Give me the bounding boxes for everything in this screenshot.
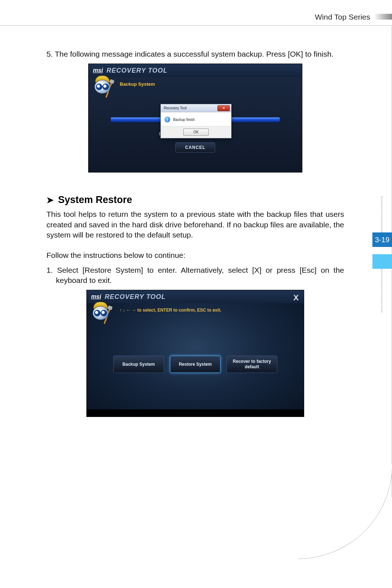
page-header-series: Wind Top Series <box>315 13 370 21</box>
heading-arrow-icon: ➤ <box>46 195 54 205</box>
dialog-title-bar: Recovery Tool ✕ <box>161 104 231 112</box>
restore-system-button[interactable]: Restore System <box>170 356 221 373</box>
bottom-bar <box>87 409 304 417</box>
app-title-2: Recovery Tool <box>105 293 166 301</box>
heading-title: System Restore <box>58 194 132 206</box>
option-row: Backup System Restore System Recover to … <box>87 356 304 373</box>
screenshot-backup-finish: msi Recovery Tool Backup System Syste m … <box>88 64 302 173</box>
dotted-line-top <box>381 196 382 232</box>
app-title: Recovery Tool <box>107 67 168 74</box>
backup-system-label: Backup System <box>120 81 155 87</box>
close-icon[interactable]: ✕ <box>217 105 230 111</box>
header-stripe <box>374 14 392 20</box>
dialog-title-text: Recovery Tool <box>164 106 187 110</box>
dotted-line-bottom <box>381 269 382 312</box>
msi-logo: msi <box>93 67 103 74</box>
restore-step1: 1. Select [Restore System] to enter. Alt… <box>46 265 344 286</box>
nav-instructions: ↑ ↓ ← → to select, ENTER to confirm, ESC… <box>119 308 221 313</box>
dialog-body: i Backup finish <box>161 112 231 126</box>
page-corner-curve <box>298 465 392 559</box>
step5-text: 5. The following message indicates a suc… <box>46 49 344 59</box>
screenshot-restore-menu: msi Recovery Tool X ↑ ↓ ← → to select, E… <box>86 290 304 417</box>
cancel-button[interactable]: CANCEL <box>175 142 215 153</box>
app-title-bar-2: msi Recovery Tool <box>87 290 304 303</box>
top-divider <box>0 25 392 26</box>
info-icon: i <box>164 117 170 122</box>
system-restore-description: This tool helps to return the system to … <box>46 209 344 240</box>
mascot-icon-2 <box>90 301 111 327</box>
page-accent-tab <box>372 254 392 269</box>
ok-button[interactable]: OK <box>183 129 209 136</box>
page-number-tab: 3-19 <box>372 232 392 247</box>
mascot-icon <box>91 75 113 100</box>
dialog-footer: OK <box>161 126 231 138</box>
msi-logo-2: msi <box>91 293 101 300</box>
follow-instructions: Follow the instructions below to continu… <box>46 250 344 260</box>
backup-finish-dialog: Recovery Tool ✕ i Backup finish OK <box>160 104 232 138</box>
recover-factory-button[interactable]: Recover to factory default <box>226 356 277 373</box>
app-title-bar: msi Recovery Tool <box>89 64 302 77</box>
close-icon[interactable]: X <box>293 293 299 303</box>
dialog-message: Backup finish <box>173 118 195 122</box>
system-restore-heading: ➤ System Restore <box>46 194 344 206</box>
backup-system-button[interactable]: Backup System <box>113 356 164 373</box>
content-area: 5. The following message indicates a suc… <box>46 49 344 417</box>
